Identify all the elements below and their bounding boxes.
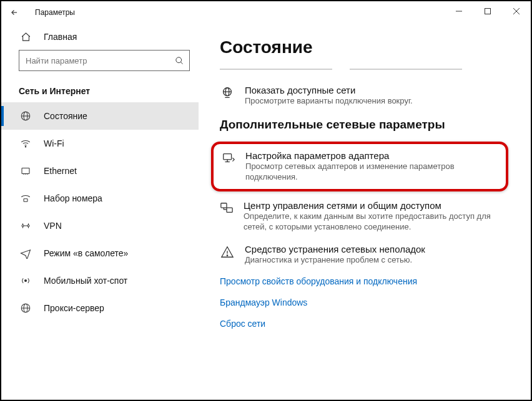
svg-point-4: [176, 57, 182, 62]
home-icon: [19, 32, 32, 42]
globe-icon: [19, 110, 32, 122]
svg-point-13: [27, 225, 29, 227]
sidebar-item-label: Состояние: [44, 111, 87, 121]
svg-point-14: [25, 280, 27, 282]
sidebar-home-label: Главная: [44, 32, 77, 42]
main-content: Состояние Показать доступные сети Просмо…: [199, 24, 531, 400]
setting-desc: Определите, к каким данным вы хотите пре…: [244, 211, 512, 233]
link-network-reset[interactable]: Сброс сети: [220, 319, 512, 329]
wifi-icon: [19, 138, 32, 149]
back-button[interactable]: [10, 8, 25, 17]
divider-row: [220, 69, 512, 70]
setting-title: Средство устранения сетевых неполадок: [245, 244, 425, 254]
link-hardware-properties[interactable]: Просмотр свойств оборудования и подключе…: [220, 276, 512, 286]
vpn-icon: [19, 220, 32, 231]
sidebar-item-status[interactable]: Состояние: [1, 102, 199, 130]
sidebar-item-label: Режим «в самолете»: [44, 248, 128, 258]
setting-title: Показать доступные сети: [245, 85, 413, 95]
sidebar-item-airplane[interactable]: Режим «в самолете»: [1, 239, 199, 267]
setting-desc: Просмотрите варианты подключения вокруг.: [245, 95, 413, 107]
sidebar-home[interactable]: Главная: [1, 24, 199, 50]
setting-desc: Просмотр сетевых адаптеров и изменение п…: [245, 161, 498, 183]
adapter-icon: [221, 150, 235, 183]
search-box[interactable]: [19, 50, 190, 71]
svg-rect-26: [227, 208, 232, 212]
sidebar-item-label: Прокси-сервер: [44, 303, 104, 313]
sidebar-item-vpn[interactable]: VPN: [1, 212, 199, 239]
svg-point-12: [22, 225, 24, 227]
hotspot-icon: [19, 275, 32, 286]
setting-adapter-options[interactable]: Настройка параметров адаптера Просмотр с…: [221, 150, 498, 183]
setting-sharing-center[interactable]: Центр управления сетями и общим доступом…: [220, 200, 512, 233]
ethernet-icon: [19, 165, 32, 176]
sidebar: Главная Сеть и Интернет Состояние Wi-Fi …: [1, 24, 199, 400]
sidebar-item-label: Мобильный хот-спот: [44, 276, 127, 286]
warning-icon: [220, 244, 235, 266]
sidebar-item-label: Wi-Fi: [44, 138, 64, 148]
search-icon: [175, 56, 184, 65]
highlight-box: Настройка параметров адаптера Просмотр с…: [211, 142, 508, 191]
setting-title: Настройка параметров адаптера: [245, 150, 498, 161]
setting-desc: Диагностика и устранение проблем с сетью…: [245, 254, 425, 266]
proxy-icon: [19, 302, 32, 314]
sidebar-item-proxy[interactable]: Прокси-сервер: [1, 294, 199, 322]
section-title: Дополнительные сетевые параметры: [220, 118, 512, 132]
sidebar-item-label: Ethernet: [44, 166, 77, 176]
setting-available-networks[interactable]: Показать доступные сети Просмотрите вари…: [220, 85, 512, 107]
maximize-button[interactable]: [473, 1, 502, 21]
minimize-button[interactable]: [445, 1, 473, 21]
dialup-icon: [19, 193, 32, 204]
svg-line-5: [180, 62, 182, 64]
titlebar: Параметры: [1, 1, 531, 24]
close-button[interactable]: [502, 1, 531, 21]
svg-rect-25: [221, 203, 227, 207]
sharing-icon: [220, 200, 234, 233]
setting-title: Центр управления сетями и общим доступом: [244, 200, 512, 211]
svg-rect-11: [24, 199, 27, 202]
svg-rect-1: [485, 9, 491, 14]
svg-rect-22: [223, 153, 231, 159]
page-title: Состояние: [220, 37, 512, 57]
svg-point-28: [227, 255, 227, 256]
sidebar-item-ethernet[interactable]: Ethernet: [1, 157, 199, 185]
sidebar-item-label: Набор номера: [44, 193, 102, 203]
sidebar-item-dialup[interactable]: Набор номера: [1, 185, 199, 212]
sidebar-category: Сеть и Интернет: [1, 77, 199, 102]
svg-point-9: [25, 147, 26, 148]
sidebar-item-label: VPN: [44, 221, 62, 231]
sidebar-item-wifi[interactable]: Wi-Fi: [1, 130, 199, 157]
globe-icon: [220, 85, 235, 107]
airplane-icon: [19, 248, 32, 259]
svg-rect-10: [22, 168, 29, 174]
window-title: Параметры: [35, 8, 75, 17]
search-input[interactable]: [19, 56, 189, 65]
sidebar-item-hotspot[interactable]: Мобильный хот-спот: [1, 267, 199, 294]
link-firewall[interactable]: Брандмауэр Windows: [220, 297, 512, 307]
setting-troubleshoot[interactable]: Средство устранения сетевых неполадок Ди…: [220, 244, 512, 266]
